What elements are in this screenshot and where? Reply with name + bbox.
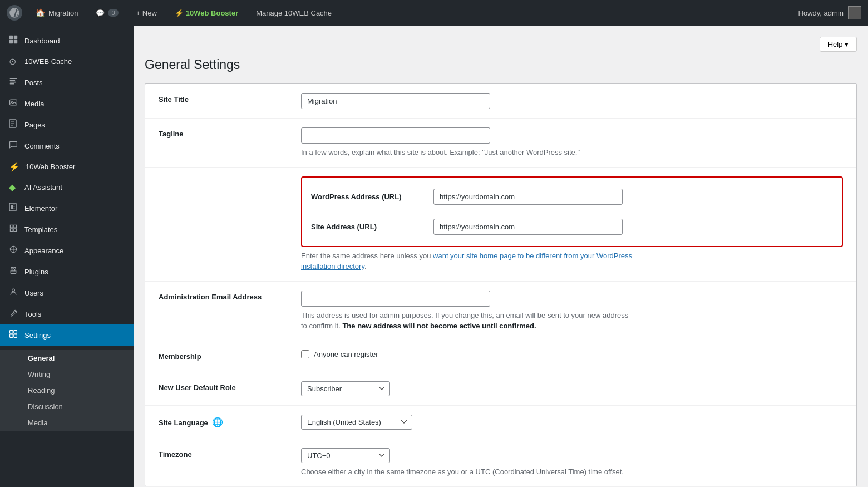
booster-nav-icon: ⚡ (9, 161, 20, 172)
select-site-language[interactable]: English (United States) English (UK) Spa… (301, 415, 412, 430)
dashboard-icon (9, 35, 19, 46)
row-timezone: Timezone UTC+0 UTC-5 UTC-8 UTC+1 UTC+2 U… (145, 439, 856, 486)
adminbar-manage-cache[interactable]: Manage 10WEB Cache (251, 7, 336, 19)
sidebar-label-tools: Tools (24, 310, 41, 318)
sidebar-menu: Dashboard ⊙ 10WEB Cache Posts Media (0, 26, 134, 350)
sidebar-item-dashboard[interactable]: Dashboard (0, 30, 134, 51)
select-timezone[interactable]: UTC+0 UTC-5 UTC-8 UTC+1 UTC+2 UTC+8 (301, 448, 390, 463)
label-membership: Membership (145, 341, 301, 372)
row-membership: Membership Anyone can register (145, 341, 856, 372)
settings-submenu: General Writing Reading Discussion Media (0, 350, 134, 431)
input-wp-address[interactable] (433, 189, 623, 205)
input-site-address[interactable] (433, 219, 623, 235)
membership-checkbox-label: Anyone can register (314, 350, 378, 358)
submenu-reading[interactable]: Reading (0, 382, 134, 399)
main-content: Help ▾ General Settings Site Title Tagli (134, 26, 868, 487)
settings-table: Site Title Tagline In a few words, expla… (145, 84, 856, 486)
submenu-discussion[interactable]: Discussion (0, 399, 134, 415)
sidebar-label-dashboard: Dashboard (24, 37, 60, 45)
sidebar-item-plugins[interactable]: Plugins (0, 261, 134, 282)
media-icon (9, 98, 19, 109)
label-site-title: Site Title (145, 84, 301, 119)
sidebar-label-10web-booster: 10Web Booster (26, 163, 75, 171)
sidebar-item-templates[interactable]: Templates (0, 219, 134, 240)
control-tagline: In a few words, explain what this site i… (301, 119, 856, 168)
cache-icon: ⊙ (9, 56, 19, 67)
sidebar-item-media[interactable]: Media (0, 93, 134, 114)
comments-icon: 💬 (96, 9, 105, 17)
booster-icon: ⚡ (175, 9, 184, 17)
control-membership: Anyone can register (301, 341, 856, 372)
pages-icon (9, 119, 19, 130)
sidebar-item-10web-booster[interactable]: ⚡ 10Web Booster (0, 156, 134, 177)
templates-icon (9, 224, 19, 235)
wp-logo-icon[interactable] (7, 5, 22, 21)
sidebar-label-ai-assistant: AI Assistant (24, 183, 62, 191)
control-admin-email: This address is used for admin purposes.… (301, 281, 856, 341)
sidebar-item-appearance[interactable]: Appearance (0, 240, 134, 261)
subrow-site-address: Site Address (URL) (311, 214, 833, 239)
label-tagline: Tagline (145, 119, 301, 168)
label-site-address: Site Address (URL) (311, 223, 433, 231)
svg-rect-17 (14, 334, 17, 338)
submenu-writing[interactable]: Writing (0, 366, 134, 382)
svg-rect-3 (9, 40, 13, 43)
posts-icon (9, 77, 19, 88)
sidebar-item-comments[interactable]: Comments (0, 135, 134, 156)
help-button[interactable]: Help ▾ (820, 37, 857, 52)
adminbar-howdy: Howdy, admin (798, 9, 844, 17)
row-urls: WordPress Address (URL) Site Address (UR… (145, 167, 856, 281)
submenu-general[interactable]: General (0, 350, 134, 366)
url-highlight-box: WordPress Address (URL) Site Address (UR… (301, 176, 843, 247)
input-site-title[interactable] (301, 93, 490, 109)
comments-nav-icon (9, 140, 19, 151)
svg-rect-9 (11, 205, 13, 209)
sidebar-item-settings[interactable]: Settings (0, 324, 134, 346)
sidebar-item-ai-assistant[interactable]: ◆ AI Assistant (0, 177, 134, 198)
adminbar-new[interactable]: + New (132, 7, 161, 19)
admin-avatar[interactable] (848, 6, 861, 19)
adminbar-migration[interactable]: 🏠 Migration (31, 6, 82, 19)
sidebar: Dashboard ⊙ 10WEB Cache Posts Media (0, 26, 134, 487)
sidebar-item-posts[interactable]: Posts (0, 72, 134, 93)
sidebar-item-tools[interactable]: Tools (0, 303, 134, 324)
adminbar-booster[interactable]: ⚡ 10Web Booster (170, 7, 243, 19)
sidebar-label-pages: Pages (24, 121, 45, 129)
timezone-description: Choose either a city in the same timezon… (301, 466, 635, 478)
users-icon (9, 287, 19, 298)
label-new-user-role: New User Default Role (145, 372, 301, 405)
svg-rect-16 (10, 334, 13, 338)
input-admin-email[interactable] (301, 291, 490, 307)
adminbar-comments[interactable]: 💬 0 (91, 7, 122, 19)
sidebar-item-10web-cache[interactable]: ⊙ 10WEB Cache (0, 51, 134, 72)
svg-rect-12 (14, 267, 16, 269)
control-new-user-role: Subscriber Contributor Author Editor Adm… (301, 372, 856, 405)
label-site-language: Site Language 🌐 (145, 405, 301, 439)
home-icon: 🏠 (36, 8, 45, 17)
sidebar-label-elementor: Elementor (24, 204, 57, 213)
control-urls: WordPress Address (URL) Site Address (UR… (301, 167, 856, 281)
sidebar-label-settings: Settings (24, 331, 51, 340)
sidebar-label-comments: Comments (24, 142, 60, 150)
input-tagline[interactable] (301, 127, 490, 144)
control-site-language: English (United States) English (UK) Spa… (301, 405, 856, 439)
svg-rect-4 (14, 40, 17, 43)
elementor-icon (9, 203, 19, 214)
sidebar-label-templates: Templates (24, 225, 57, 234)
svg-rect-14 (10, 331, 13, 334)
checkbox-membership[interactable] (301, 350, 309, 358)
sidebar-label-10web-cache: 10WEB Cache (24, 57, 72, 66)
svg-rect-1 (9, 36, 13, 39)
page-title: General Settings (145, 57, 857, 72)
label-wp-address: WordPress Address (URL) (311, 193, 433, 201)
language-icon: 🌐 (212, 417, 223, 427)
sidebar-item-elementor[interactable]: Elementor (0, 198, 134, 219)
svg-rect-11 (11, 267, 13, 269)
sidebar-label-users: Users (24, 289, 43, 297)
select-new-user-role[interactable]: Subscriber Contributor Author Editor Adm… (301, 381, 390, 396)
sidebar-label-plugins: Plugins (24, 268, 48, 276)
sidebar-item-pages[interactable]: Pages (0, 114, 134, 135)
submenu-media[interactable]: Media (0, 415, 134, 431)
row-site-title: Site Title (145, 84, 856, 119)
sidebar-item-users[interactable]: Users (0, 282, 134, 303)
